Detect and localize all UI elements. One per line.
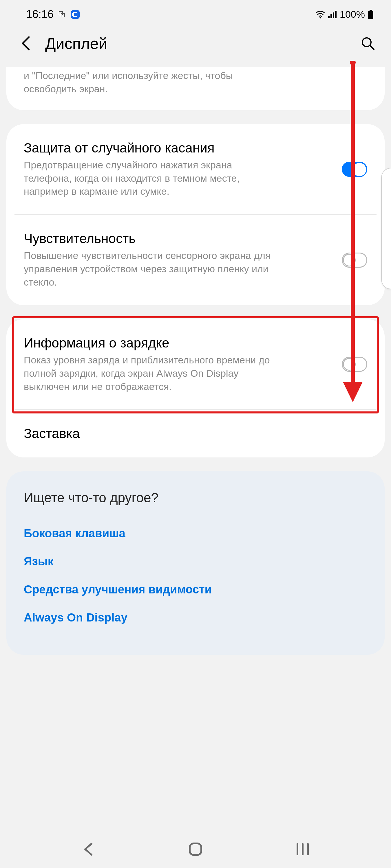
suggestion-link-side-key[interactable]: Боковая клавиша (24, 519, 367, 548)
page-header: Дисплей (0, 26, 391, 67)
svg-rect-4 (328, 16, 330, 18)
status-right: 100% (315, 9, 373, 20)
settings-group-touch: Защита от случайного касания Предотвраще… (6, 124, 385, 305)
page-title: Дисплей (45, 34, 349, 52)
setting-desc: Показ уровня заряда и приблизительного в… (24, 353, 273, 394)
search-button[interactable] (359, 35, 376, 52)
svg-rect-9 (368, 11, 373, 19)
nav-bar-setting-partial[interactable]: и "Последние" или используйте жесты, что… (6, 67, 385, 110)
app-badge-icon (71, 9, 80, 20)
setting-desc: Предотвращение случайного нажатия экрана… (24, 159, 273, 198)
suggestion-link-visibility[interactable]: Средства улучшения видимости (24, 576, 367, 603)
svg-rect-8 (369, 10, 372, 11)
setting-desc: Повышение чувствительности сенсорного эк… (24, 249, 273, 289)
nav-recents-button[interactable] (290, 836, 316, 862)
setting-title: Заставка (24, 426, 367, 441)
accidental-touch-toggle[interactable] (342, 162, 367, 177)
status-left: 16:16 (26, 8, 80, 21)
svg-rect-5 (331, 14, 332, 18)
svg-rect-15 (190, 843, 201, 855)
charging-info-setting[interactable]: Информация о зарядке Показ уровня заряда… (6, 319, 385, 410)
svg-rect-7 (335, 11, 337, 18)
battery-icon (368, 10, 373, 19)
suggestions-card: Ищете что-то другое? Боковая клавиша Язы… (6, 471, 385, 655)
setting-title: Защита от случайного касания (24, 140, 333, 156)
settings-group-partial: и "Последние" или используйте жесты, что… (6, 67, 385, 110)
nav-back-button[interactable] (75, 836, 101, 862)
suggestion-link-aod[interactable]: Always On Display (24, 603, 367, 631)
system-nav-bar (0, 830, 391, 868)
settings-group-charging: Информация о зарядке Показ уровня заряда… (6, 319, 385, 458)
svg-line-11 (370, 46, 374, 50)
svg-point-3 (320, 17, 321, 18)
scroll-handle[interactable] (381, 168, 391, 289)
suggestions-heading: Ищете что-то другое? (24, 490, 367, 505)
back-button[interactable] (18, 35, 35, 52)
wifi-icon (315, 10, 325, 19)
setting-desc: и "Последние" или используйте жесты, что… (24, 69, 273, 96)
setting-title: Чувствительность (24, 231, 333, 246)
recents-icon (295, 843, 310, 856)
chevron-left-icon (83, 842, 94, 856)
search-icon (361, 36, 375, 51)
chevron-left-icon (20, 36, 32, 51)
touch-sensitivity-toggle[interactable] (342, 253, 367, 268)
home-square-icon (188, 842, 203, 857)
multiwindow-icon (59, 11, 65, 18)
setting-title: Информация о зарядке (24, 335, 333, 351)
touch-sensitivity-setting[interactable]: Чувствительность Повышение чувствительно… (15, 214, 376, 305)
suggestion-link-language[interactable]: Язык (24, 548, 367, 576)
svg-rect-6 (333, 12, 334, 18)
phone-frame: 16:16 100% Дисплей (0, 0, 391, 655)
battery-percent: 100% (340, 9, 365, 20)
status-bar: 16:16 100% (0, 0, 391, 26)
nav-home-button[interactable] (183, 836, 208, 862)
charging-info-toggle[interactable] (342, 357, 367, 372)
svg-point-10 (362, 38, 371, 46)
signal-icon (328, 11, 337, 18)
status-time: 16:16 (26, 8, 54, 21)
accidental-touch-setting[interactable]: Защита от случайного касания Предотвраще… (6, 124, 385, 215)
screensaver-setting[interactable]: Заставка (15, 409, 376, 458)
